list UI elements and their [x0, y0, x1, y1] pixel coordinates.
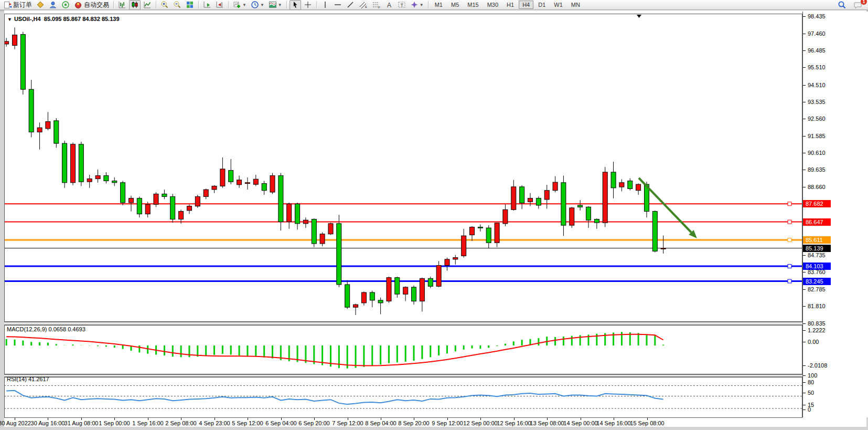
- trendline-button[interactable]: [345, 0, 356, 10]
- candle: [420, 278, 424, 301]
- panel-splitter[interactable]: [4, 374, 802, 377]
- notifications-button[interactable]: 1: [852, 0, 864, 10]
- candle: [104, 176, 109, 181]
- crosshair-icon: [304, 1, 312, 9]
- hline-handle[interactable]: [788, 265, 791, 268]
- bar-chart-button[interactable]: [116, 0, 128, 10]
- account-button[interactable]: [47, 0, 59, 10]
- candle: [237, 180, 242, 185]
- auto-scroll-icon: [203, 1, 211, 9]
- chart-shift-button[interactable]: [214, 0, 226, 10]
- candle: [387, 278, 391, 301]
- candle: [603, 172, 607, 223]
- crosshair-button[interactable]: [302, 0, 314, 10]
- candle: [13, 35, 17, 46]
- timeframe-button-W1[interactable]: W1: [550, 1, 566, 9]
- timeframe-button-MN[interactable]: MN: [567, 1, 584, 9]
- price-line-badge: 86.647: [803, 218, 831, 226]
- price-tick-label: 81.810: [803, 303, 826, 309]
- candlestick-chart-button[interactable]: [129, 0, 141, 10]
- horizontal-line-button[interactable]: [332, 0, 344, 10]
- time-axis[interactable]: 30 Aug 202230 Aug 16:0031 Aug 08:001 Sep…: [4, 418, 866, 427]
- profiles-button[interactable]: [35, 0, 46, 10]
- price-tick-label: 92.560: [803, 116, 826, 122]
- text-icon: A: [385, 1, 393, 9]
- price-tick-label: 89.635: [803, 166, 826, 173]
- candle: [453, 258, 458, 259]
- dropdown-arrow-icon: ▼: [278, 3, 282, 7]
- add-indicator-button[interactable]: ▼: [231, 0, 248, 10]
- fibonacci-button[interactable]: F: [370, 0, 382, 10]
- fibonacci-icon: F: [372, 1, 381, 9]
- zoom-in-button[interactable]: [159, 0, 170, 10]
- vertical-line-button[interactable]: [319, 0, 331, 10]
- new-order-button[interactable]: 新订单: [2, 0, 34, 10]
- bar-chart-icon: [118, 1, 126, 9]
- periods-button[interactable]: ▼: [249, 0, 266, 10]
- timeframe-button-M30[interactable]: M30: [484, 1, 502, 9]
- macd-panel[interactable]: [4, 325, 802, 374]
- line-chart-button[interactable]: [142, 0, 153, 10]
- candle: [470, 227, 475, 235]
- price-tick-label: 82.785: [803, 286, 826, 292]
- hline-handle[interactable]: [788, 279, 791, 283]
- candle: [62, 143, 67, 183]
- collapse-triangle-icon[interactable]: ▼: [7, 17, 12, 22]
- candle: [436, 266, 441, 287]
- candle: [95, 176, 100, 179]
- rsi-panel[interactable]: [4, 377, 802, 418]
- current-bar-marker: [637, 15, 641, 18]
- timeframe-button-M1[interactable]: M1: [431, 1, 446, 9]
- hline-handle[interactable]: [788, 220, 791, 224]
- tile-windows-button[interactable]: [184, 0, 196, 10]
- candle: [20, 35, 25, 90]
- candle: [586, 207, 591, 220]
- price-line-badge: 85.139: [803, 245, 831, 252]
- text-label-icon: T: [398, 1, 406, 9]
- candle: [112, 181, 117, 183]
- text-label-button[interactable]: T: [396, 0, 408, 10]
- candlestick-chart-icon: [131, 1, 139, 9]
- candle: [145, 204, 150, 214]
- candle: [71, 144, 76, 183]
- candle: [412, 287, 416, 301]
- timeframe-button-H4[interactable]: H4: [519, 1, 533, 9]
- candle: [361, 292, 366, 303]
- rsi-axis-label: 50: [803, 390, 814, 396]
- candle: [170, 196, 175, 219]
- hline-handle[interactable]: [788, 202, 791, 206]
- candle: [287, 204, 292, 222]
- cursor-button[interactable]: [290, 0, 301, 10]
- panel-splitter[interactable]: [4, 322, 802, 325]
- timeframe-button-H1[interactable]: H1: [503, 1, 518, 9]
- macd-label: MACD(12,26,9) 0.0658 0.4693: [7, 326, 85, 332]
- rsi-axis-label: 100: [803, 372, 817, 379]
- toolbar-separator: [156, 1, 156, 8]
- price-chart[interactable]: [4, 14, 802, 322]
- zoom-out-button[interactable]: [172, 0, 183, 10]
- price-axis[interactable]: 98.43597.46096.48595.51094.51093.53592.5…: [803, 12, 868, 417]
- candle: [628, 181, 633, 189]
- channel-button[interactable]: E: [357, 0, 369, 10]
- candle: [129, 198, 134, 203]
- toolbar-separator: [428, 1, 428, 8]
- template-icon: [269, 1, 277, 9]
- candle: [87, 179, 92, 182]
- candle: [611, 172, 616, 188]
- autotrade-button[interactable]: 自动交易: [72, 0, 111, 10]
- timeframe-button-D1[interactable]: D1: [534, 1, 549, 9]
- toolbar-separator: [198, 1, 199, 8]
- template-button[interactable]: ▼: [267, 0, 284, 10]
- text-button[interactable]: A: [383, 0, 395, 10]
- timeframe-button-M15[interactable]: M15: [464, 1, 482, 9]
- hline-handle[interactable]: [788, 238, 791, 242]
- autotrade-label: 自动交易: [84, 1, 109, 9]
- auto-scroll-button[interactable]: [201, 0, 213, 10]
- candle: [154, 194, 158, 204]
- candle: [295, 204, 300, 224]
- candle: [594, 219, 599, 223]
- arrows-shapes-button[interactable]: ▼: [409, 0, 425, 10]
- search-button[interactable]: [836, 0, 848, 10]
- timeframe-button-M5[interactable]: M5: [447, 1, 463, 9]
- signal-button[interactable]: [60, 0, 71, 10]
